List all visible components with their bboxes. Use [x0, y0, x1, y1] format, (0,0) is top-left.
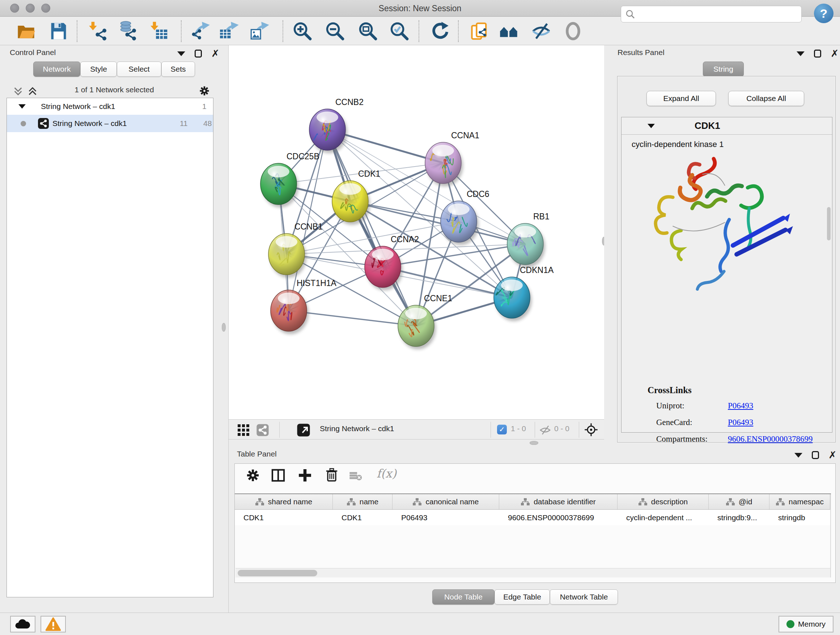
column-header-database-identifier[interactable]: database identifier [499, 494, 617, 509]
node-CCNB2[interactable]: CCNB2 [309, 97, 363, 153]
tab-network-table[interactable]: Network Table [550, 589, 618, 605]
table-cell[interactable]: 9606.ENSP00000378699 [499, 510, 617, 525]
control-panel-title: Control Panel [10, 48, 56, 57]
clone-network-icon[interactable] [470, 21, 490, 41]
column-header--id[interactable]: @id [709, 494, 769, 509]
node-CDC6[interactable]: CDC6 [441, 189, 489, 245]
node-CDKN1A[interactable]: CDKN1A [494, 265, 554, 321]
protein-header-row[interactable]: CDK1 [622, 117, 832, 135]
control-panel-float-icon[interactable] [195, 50, 202, 57]
first-neighbors-icon[interactable] [499, 21, 519, 41]
column-header-name[interactable]: name [333, 494, 393, 509]
left-splitter-handle[interactable] [222, 323, 226, 332]
export-view-icon[interactable] [297, 423, 310, 437]
table-cell[interactable]: stringdb:9... [709, 510, 769, 525]
tab-node-table[interactable]: Node Table [432, 589, 494, 605]
node-CDK1[interactable]: CDK1 [332, 169, 380, 225]
import-network-file-icon[interactable] [88, 21, 109, 41]
network-collection-row[interactable]: String Network – cdk1 1 [7, 98, 213, 115]
results-panel-menu-icon[interactable] [797, 51, 805, 56]
network-share-icon[interactable] [256, 424, 269, 437]
protein-twisty-icon[interactable] [647, 124, 655, 128]
crosslink-link[interactable]: 9606.ENSP00000378699 [728, 434, 813, 444]
control-panel-close-icon[interactable]: ✗ [211, 50, 219, 57]
table-cell[interactable]: CDK1 [235, 510, 333, 525]
table-options-gear-icon[interactable] [245, 467, 261, 483]
node-CCNA1[interactable]: CCNA1 [425, 131, 479, 187]
save-session-icon[interactable] [49, 21, 69, 41]
crosslink-link[interactable]: P06493 [728, 401, 753, 410]
column-header-label: description [651, 497, 688, 506]
warnings-button[interactable] [41, 616, 66, 632]
table-cell[interactable]: stringdb [769, 510, 830, 525]
toolbar-separator [458, 20, 459, 42]
table-row[interactable]: CDK1CDK1P064939606.ENSP00000378699cyclin… [235, 510, 831, 525]
export-network-icon[interactable] [190, 21, 210, 41]
tab-edge-table[interactable]: Edge Table [494, 589, 550, 605]
tab-sets[interactable]: Sets [161, 62, 195, 77]
node-CCNE1[interactable]: CCNE1 [398, 294, 452, 349]
column-header-shared-name[interactable]: shared name [235, 494, 333, 509]
apply-preferred-layout-icon[interactable] [430, 21, 450, 41]
table-cell[interactable]: CDK1 [333, 510, 393, 525]
show-all-icon[interactable] [563, 21, 583, 41]
bottom-splitter-handle[interactable] [530, 441, 538, 445]
network-canvas[interactable]: CCNB2 CCNA1 CDC25B CDK1 CDC6 [229, 45, 604, 419]
column-header-canonical-name[interactable]: canonical name [393, 494, 499, 509]
birdseye-crosshair-icon[interactable] [584, 423, 598, 437]
results-panel-float-icon[interactable] [814, 50, 821, 57]
tab-string[interactable]: String [703, 62, 744, 77]
export-image-icon[interactable] [249, 21, 270, 41]
search-input[interactable] [636, 7, 801, 21]
collection-count: 1 [202, 102, 207, 111]
import-network-database-icon[interactable] [118, 21, 138, 41]
expand-all-button[interactable]: Expand All [646, 91, 716, 106]
crosslink-link[interactable]: P06493 [728, 418, 753, 427]
collection-twisty-icon[interactable] [19, 104, 26, 109]
cloud-button[interactable] [10, 616, 35, 632]
results-panel-close-icon[interactable]: ✗ [831, 50, 839, 57]
zoom-selected-icon[interactable] [389, 21, 409, 41]
search-box[interactable] [621, 6, 802, 22]
zoom-in-icon[interactable] [292, 21, 313, 41]
tab-network[interactable]: Network [33, 62, 80, 77]
export-table-icon[interactable] [219, 21, 240, 41]
tab-style[interactable]: Style [80, 62, 117, 77]
import-table-file-icon[interactable] [150, 21, 170, 41]
selected-indicator-checkbox[interactable]: ✓ [497, 424, 507, 434]
table-hscrollbar-thumb[interactable] [238, 570, 317, 576]
zoom-fit-content-icon[interactable] [358, 21, 378, 41]
tab-select[interactable]: Select [117, 62, 161, 77]
node-HIST1H1A[interactable]: HIST1H1A [271, 279, 337, 334]
table-cell[interactable]: cyclin-dependent ... [617, 510, 709, 525]
memory-button[interactable]: Memory [778, 616, 834, 632]
network-row-label: String Network – cdk1 [52, 119, 126, 128]
control-panel-menu-icon[interactable] [177, 51, 185, 56]
column-header-label: database identifier [534, 497, 596, 506]
network-row-selected[interactable]: String Network – cdk1 11 48 [7, 115, 213, 132]
collapse-all-button[interactable]: Collapse All [728, 91, 804, 106]
hide-selected-icon[interactable] [531, 21, 551, 41]
zoom-out-icon[interactable] [325, 21, 345, 41]
column-header-namespac[interactable]: namespac [769, 494, 830, 509]
delete-table-icon [349, 470, 362, 483]
show-columns-icon[interactable] [270, 467, 286, 483]
table-panel-float-icon[interactable] [812, 451, 819, 459]
column-header-label: @id [739, 497, 752, 506]
add-column-icon[interactable] [297, 467, 313, 483]
node-label-HIST1H1A: HIST1H1A [297, 279, 337, 288]
results-scrollbar-thumb[interactable] [827, 207, 831, 241]
memory-label: Memory [798, 620, 826, 629]
table-hscrollbar[interactable] [235, 568, 830, 578]
birdseye-grid-icon[interactable] [237, 424, 249, 436]
open-session-icon[interactable] [16, 21, 36, 41]
network-options-gear-icon[interactable] [198, 85, 210, 97]
table-panel-close-icon[interactable]: ✗ [829, 451, 837, 459]
table-panel-menu-icon[interactable] [794, 453, 802, 458]
node-RB1[interactable]: RB1 [507, 212, 549, 268]
table-cell[interactable]: P06493 [393, 510, 499, 525]
column-header-description[interactable]: description [617, 494, 709, 509]
edge-CCNB2-CCNE1[interactable] [327, 130, 416, 326]
delete-column-icon[interactable] [324, 467, 340, 483]
help-icon[interactable]: ? [814, 4, 834, 23]
